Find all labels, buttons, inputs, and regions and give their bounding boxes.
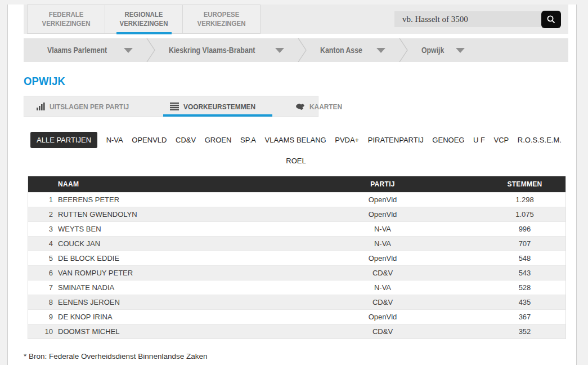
cell-rank: 3 [28,225,53,233]
tab-voorkeurstemmen[interactable]: VOORKEURSTEMMEN [163,96,272,117]
tab-kaarten[interactable]: KAARTEN [288,96,353,117]
table-row[interactable]: 7 SMINATE NADIA N-VA 528 [28,280,565,295]
cell-name: BEERENS PETER [53,195,281,204]
cell-votes: 543 [484,269,565,277]
tab-label: UITSLAGEN PER PARTIJ [50,103,129,111]
party-filter-item[interactable]: PIRATENPARTIJ [368,136,424,144]
breadcrumb-separator-icon [146,38,155,62]
table-row[interactable]: 9 DE KNOP IRINA OpenVld 367 [28,309,565,324]
cell-name: EENENS JEROEN [53,298,281,306]
table-row[interactable]: 3 WEYTS BEN N-VA 996 [28,221,565,236]
cell-name: RUTTEN GWENDOLYN [53,210,281,219]
cell-name: DOOMST MICHEL [53,327,281,336]
cell-rank: 5 [28,254,53,262]
bar-chart-icon [37,103,45,110]
table-row[interactable]: 5 DE BLOCK EDDIE OpenVld 548 [28,251,565,265]
cell-party: OpenVld [281,254,484,262]
tab-regionale-verkiezingen[interactable]: REGIONALE VERKIEZINGEN [105,5,183,34]
header-stemmen: STEMMEN [484,180,565,188]
tab-federale-verkiezingen[interactable]: FEDERALE VERKIEZINGEN [27,5,105,34]
cell-party: N-VA [281,283,484,292]
table-row[interactable]: 2 RUTTEN GWENDOLYN OpenVld 1.075 [28,207,565,221]
table-row[interactable]: 8 EENENS JEROEN CD&V 435 [28,295,565,309]
breadcrumb-separator-icon [399,38,408,62]
search-area [394,11,561,28]
cell-party: CD&V [281,327,484,336]
chevron-down-icon [456,48,465,53]
party-filter-row-1: ALLE PARTIJENN-VAOPENVLDCD&VGROENSP.AVLA… [24,132,568,148]
party-filter-item[interactable]: GROEN [205,136,232,144]
tab-uitslagen-per-partij[interactable]: UITSLAGEN PER PARTIJ [30,96,146,117]
party-filter-item[interactable]: CD&V [176,136,196,144]
party-filter-item[interactable]: VLAAMS BELANG [265,136,326,144]
cell-name: COUCK JAN [53,239,281,248]
party-filter-row-2: ROEL [24,155,568,166]
page-container: FEDERALE VERKIEZINGEN REGIONALE VERKIEZI… [7,5,577,365]
preference-votes-table: NAAM PARTIJ STEMMEN 1 BEERENS PETER Open… [28,176,566,339]
cell-rank: 4 [28,239,53,248]
tab-label-line1: EUROPESE [187,10,255,19]
cell-name: WEYTS BEN [53,225,281,233]
tab-europese-verkiezingen[interactable]: EUROPESE VERKIEZINGEN [182,5,261,34]
page-title: OPWIJK [24,74,568,88]
header-partij: PARTIJ [281,180,484,188]
search-input[interactable] [394,11,561,27]
tab-label-line1: FEDERALE [32,10,100,19]
cell-rank: 6 [28,269,53,277]
cell-name: SMINATE NADIA [53,283,281,292]
cell-name: VAN ROMPUY PETER [53,269,281,277]
table-body: 1 BEERENS PETER OpenVld 1.298 2 RUTTEN G… [28,192,565,339]
cell-rank: 9 [28,313,53,321]
party-filter: ALLE PARTIJENN-VAOPENVLDCD&VGROENSP.AVLA… [24,132,568,166]
table-row[interactable]: 10 DOOMST MICHEL CD&V 352 [28,324,565,339]
cell-votes: 1.075 [484,210,565,219]
breadcrumb-label: Opwijk [421,46,444,55]
party-filter-item[interactable]: OPENVLD [132,136,167,144]
list-icon [170,103,179,110]
cell-rank: 8 [28,298,53,306]
party-filter-item[interactable]: U F [473,136,485,144]
cell-votes: 548 [484,254,565,262]
cell-rank: 2 [28,210,53,219]
tab-label: VOORKEURSTEMMEN [183,103,255,111]
tab-label-line2: VERKIEZINGEN [32,19,100,28]
result-view-tabs: UITSLAGEN PER PARTIJ VOORKEURSTEMMEN [24,96,318,117]
party-filter-item[interactable]: ALLE PARTIJEN [30,132,97,148]
search-button[interactable] [541,11,561,28]
breadcrumb-item-opwijk[interactable]: Opwijk [421,46,465,55]
table-row[interactable]: 4 COUCK JAN N-VA 707 [28,236,565,251]
cell-party: N-VA [281,239,484,248]
breadcrumb-item-kanton-asse[interactable]: Kanton Asse [320,46,385,55]
cell-rank: 7 [28,283,53,292]
breadcrumb-label: Kanton Asse [320,46,362,55]
party-filter-item[interactable]: N-VA [106,136,123,144]
breadcrumb-label: Kieskring Vlaams-Brabant [169,46,255,55]
chevron-down-icon [124,48,133,53]
cell-name: DE BLOCK EDDIE [53,254,281,262]
party-filter-item[interactable]: PVDA+ [335,136,359,144]
cell-rank: 10 [28,327,53,336]
party-filter-item[interactable]: VCP [494,136,509,144]
party-filter-item[interactable]: SP.A [240,136,256,144]
cell-votes: 352 [484,327,565,336]
cell-votes: 528 [484,283,565,292]
source-note: * Bron: Federale Overheidsdienst Binnenl… [24,352,568,360]
cell-party: N-VA [281,225,484,233]
party-filter-item[interactable]: R.O.S.S.E.M. [518,136,562,144]
breadcrumb-item-kieskring-vlaams-brabant[interactable]: Kieskring Vlaams-Brabant [169,46,284,55]
cell-party: OpenVld [281,210,484,219]
chevron-down-icon [376,48,385,53]
party-filter-item[interactable]: GENOEG [432,136,464,144]
cell-votes: 707 [484,239,565,248]
party-filter-item[interactable]: ROEL [286,157,306,165]
cell-party: OpenVld [281,195,484,204]
breadcrumb: Vlaams Parlement Kieskring Vlaams-Braban… [24,38,568,62]
table-row[interactable]: 1 BEERENS PETER OpenVld 1.298 [28,192,565,207]
search-icon [546,15,556,24]
cell-rank: 1 [28,195,53,204]
table-row[interactable]: 6 VAN ROMPUY PETER CD&V 543 [28,265,565,280]
cell-votes: 1.298 [484,195,565,204]
cell-votes: 996 [484,225,565,233]
breadcrumb-item-vlaams-parlement[interactable]: Vlaams Parlement [47,46,133,55]
tab-label: KAARTEN [309,103,342,111]
